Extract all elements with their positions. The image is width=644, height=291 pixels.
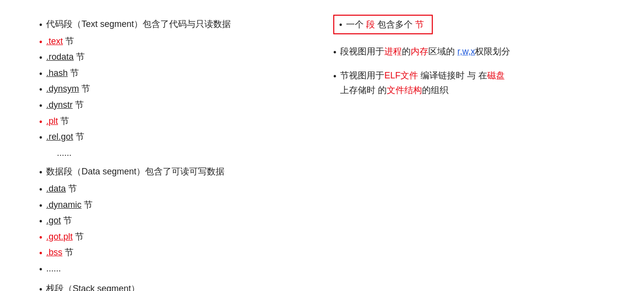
list-item: • ...... <box>39 261 314 277</box>
right-list-item-segment-view: • 段视图用于进程的内存区域的 r,w,x权限划分 <box>333 44 624 60</box>
bss-section-suffix: 节 <box>65 247 74 257</box>
list-item-data-segment: • 数据段（Data segment）包含了可读可写数据 • .data 节 <box>39 164 314 277</box>
sub-bullet-dot: • <box>39 82 42 97</box>
hash-section-suffix: 节 <box>70 68 79 78</box>
dynsym-section-suffix: 节 <box>81 84 90 94</box>
left-column: • 代码段（Text segment）包含了代码与只读数据 • .text 节 <box>39 10 314 291</box>
page-container: • 代码段（Text segment）包含了代码与只读数据 • .text 节 <box>0 0 644 291</box>
dynstr-section-suffix: 节 <box>75 100 84 110</box>
list-item: • .rel.got 节 <box>39 129 314 146</box>
gotplt-section-suffix: 节 <box>75 232 84 242</box>
segment-view-middle: 的 <box>402 47 411 56</box>
ellipsis-2: ...... <box>46 261 61 276</box>
highlight-prefix: 一个 <box>346 20 366 29</box>
section-view-wenjian: 文件结构 <box>387 85 422 95</box>
text-section-suffix: 节 <box>65 36 74 46</box>
bss-section: .bss 节 <box>46 245 74 260</box>
highlight-duan: 段 <box>366 20 375 29</box>
plt-section: .plt 节 <box>46 114 69 129</box>
ellipsis-1: ...... <box>57 146 314 161</box>
list-item: • .dynsym 节 <box>39 81 314 97</box>
section-view-suffix2: 的组织 <box>422 85 448 95</box>
plt-section-name: .plt <box>46 116 58 126</box>
list-item: • .rodata 节 <box>39 49 314 66</box>
bullet-dot: • <box>39 165 42 180</box>
got-section: .got 节 <box>46 213 72 228</box>
sub-bullet-dot: • <box>39 67 42 82</box>
got-section-suffix: 节 <box>63 216 72 225</box>
sub-bullet-dot: • <box>39 50 42 66</box>
data-segment-label: 数据段（Data segment）包含了可读可写数据 <box>46 164 224 179</box>
list-item: • .got.plt 节 <box>39 229 314 245</box>
bullet-dot: • <box>39 18 42 33</box>
sub-bullet-dot: • <box>39 246 42 261</box>
list-item: • .dynamic 节 <box>39 197 314 214</box>
dynstr-section-name: .dynstr <box>46 100 73 110</box>
dynsym-section-name: .dynsym <box>46 84 79 94</box>
text-section: .text 节 <box>46 34 74 49</box>
dynsym-section: .dynsym 节 <box>46 81 90 97</box>
right-list-item-section-view: • 节视图用于ELF文件 编译链接时 与 在磁盘 上存储时 的文件结构的组织 <box>333 68 624 98</box>
data-segment-subitems: • .data 节 • .dynamic 节 <box>39 181 314 277</box>
sub-bullet-dot: • <box>39 214 42 229</box>
sub-bullet-dot: • <box>39 98 42 114</box>
bullet-dot: • <box>39 282 42 291</box>
bss-section-name: .bss <box>46 247 62 257</box>
dynamic-section-name: .dynamic <box>46 200 81 210</box>
left-list: • 代码段（Text segment）包含了代码与只读数据 • .text 节 <box>39 17 314 291</box>
section-view-prefix: 节视图用于 <box>340 71 384 80</box>
rodata-section-suffix: 节 <box>76 52 85 62</box>
code-segment-subitems: • .text 节 • .rodata 节 <box>39 34 314 161</box>
list-item: • .bss 节 <box>39 245 314 261</box>
stack-segment-label: 栈段（Stack segment） <box>46 281 140 291</box>
list-item: • .text 节 <box>39 34 314 50</box>
highlight-bullet: • <box>339 20 342 30</box>
relgot-section-suffix: 节 <box>75 132 84 142</box>
section-view-suffix1: 上存储时 的 <box>340 85 387 95</box>
highlight-middle: 包含多个 <box>375 20 415 29</box>
highlighted-box: • 一个 段 包含多个 节 <box>333 15 433 34</box>
right-bullet-dot: • <box>333 45 336 60</box>
right-column: • 一个 段 包含多个 节 • 段视图用于进程的内存区域的 r,w,x权限划分 … <box>333 10 624 291</box>
sub-bullet-dot: • <box>39 198 42 214</box>
list-item: • .plt 节 <box>39 114 314 130</box>
segment-view-jincheng: 进程 <box>384 47 402 56</box>
list-item-code-segment: • 代码段（Text segment）包含了代码与只读数据 • .text 节 <box>39 17 314 160</box>
text-section-name: .text <box>46 36 63 46</box>
segment-view-rwx: r,w,x <box>457 47 475 56</box>
segment-view-neicun: 内存 <box>411 47 428 56</box>
data-section: .data 节 <box>46 181 77 196</box>
segment-view-suffix2: 权限划分 <box>475 47 510 56</box>
list-item-stack-segment: • 栈段（Stack segment） <box>39 281 314 291</box>
sub-bullet-dot: • <box>39 130 42 146</box>
segment-view-content: 段视图用于进程的内存区域的 r,w,x权限划分 <box>340 44 624 59</box>
sub-bullet-dot: • <box>39 115 42 130</box>
hash-section: .hash 节 <box>46 66 79 81</box>
section-view-middle: 编译链接时 与 在 <box>418 71 487 80</box>
dynamic-section-suffix: 节 <box>84 200 93 210</box>
hash-section-name: .hash <box>46 68 68 78</box>
section-view-content: 节视图用于ELF文件 编译链接时 与 在磁盘 上存储时 的文件结构的组织 <box>340 68 624 98</box>
right-bullet-dot: • <box>333 69 336 84</box>
highlight-text: 一个 段 包含多个 节 <box>346 19 424 30</box>
got-section-name: .got <box>46 216 61 225</box>
sub-bullet-dot: • <box>39 262 42 277</box>
relgot-section-name: .rel.got <box>46 132 73 142</box>
rodata-section: .rodata 节 <box>46 49 85 65</box>
dynstr-section: .dynstr 节 <box>46 97 84 113</box>
section-view-cipan: 磁盘 <box>487 71 505 80</box>
data-section-suffix: 节 <box>68 184 77 194</box>
segment-view-suffix1: 区域的 <box>428 47 457 56</box>
segment-view-prefix: 段视图用于 <box>340 47 384 56</box>
list-item: • .hash 节 <box>39 66 314 82</box>
gotplt-section: .got.plt 节 <box>46 229 84 244</box>
relgot-section: .rel.got 节 <box>46 129 84 145</box>
data-section-name: .data <box>46 184 66 194</box>
list-item: • .dynstr 节 <box>39 97 314 114</box>
code-segment-label: 代码段（Text segment）包含了代码与只读数据 <box>46 17 231 32</box>
rodata-section-name: .rodata <box>46 52 74 62</box>
sub-bullet-dot: • <box>39 230 42 245</box>
plt-section-suffix: 节 <box>60 116 69 126</box>
dynamic-section: .dynamic 节 <box>46 197 93 213</box>
gotplt-section-name: .got.plt <box>46 232 73 242</box>
